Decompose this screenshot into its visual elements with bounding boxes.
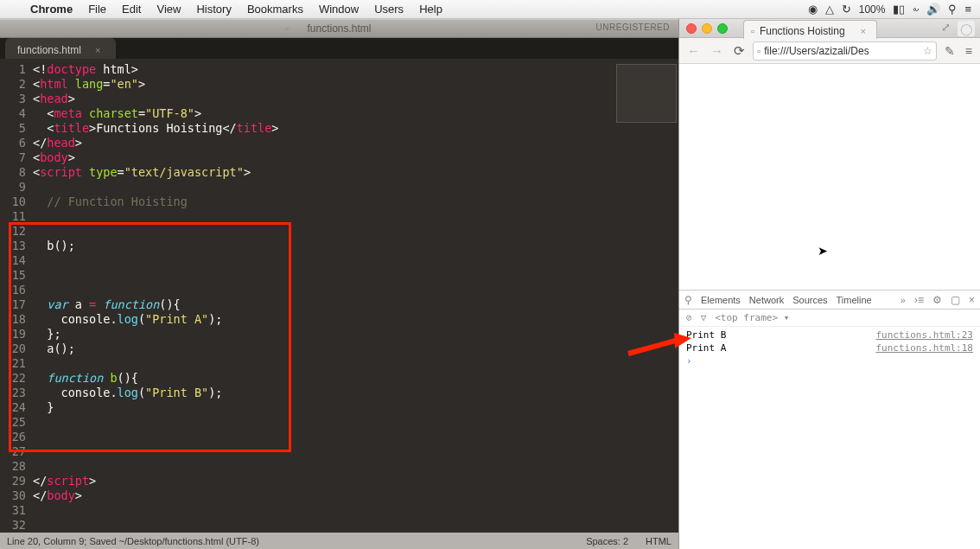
wifi-icon[interactable]: ⧜: [913, 3, 919, 16]
chrome-content: ➤: [679, 64, 980, 290]
traffic-min[interactable]: [702, 23, 712, 34]
menu-edit[interactable]: Edit: [114, 3, 149, 16]
circles-icon[interactable]: ◉: [808, 3, 818, 16]
console-prompt[interactable]: ›: [686, 354, 973, 367]
fullscreen-icon[interactable]: ⤢: [941, 21, 951, 34]
chrome-window: ▫ Functions Hoisting × ⤢ ◯ ← → ⟳ ▫ file:…: [678, 19, 980, 549]
menu-file[interactable]: File: [80, 3, 114, 16]
devtools: ⚲ Elements Network Sources Timeline » ›≡…: [679, 290, 980, 549]
mac-menubar: Chrome File Edit View History Bookmarks …: [0, 0, 980, 19]
forward-button[interactable]: →: [708, 43, 726, 58]
battery-pct: 100%: [859, 3, 886, 16]
editor-tab[interactable]: functions.html ×: [5, 38, 116, 59]
close-icon[interactable]: ×: [861, 26, 866, 36]
close-icon[interactable]: ×: [969, 294, 975, 306]
console-msg: Print B: [686, 329, 726, 342]
devtools-filter: ⊘ ▽ <top frame> ▾: [679, 310, 980, 327]
reload-button[interactable]: ⟳: [731, 43, 748, 59]
traffic-zoom[interactable]: [717, 23, 728, 34]
status-spaces[interactable]: Spaces: 2: [586, 536, 628, 546]
editor-window: ▫ functions.html UNREGISTERED functions.…: [0, 19, 678, 549]
console-msg: Print A: [686, 342, 726, 354]
chrome-toolbar: ← → ⟳ ▫ file:///Users/azizali/Des ☆ ✎ ≡: [679, 38, 980, 64]
gdrive-icon[interactable]: △: [825, 3, 834, 16]
highlight-box: [9, 222, 291, 452]
menu-view[interactable]: View: [149, 3, 188, 16]
menu-app[interactable]: Chrome: [22, 3, 80, 16]
minimap[interactable]: [616, 64, 677, 123]
console-row: Print B functions.html:23: [686, 329, 973, 342]
chrome-tab[interactable]: ▫ Functions Hoisting ×: [743, 20, 877, 39]
tab-elements[interactable]: Elements: [701, 295, 741, 305]
close-icon[interactable]: ×: [95, 45, 100, 55]
editor-body[interactable]: 1 2 3 4 5 6 7 8 9 10 11 12 13 14 15 16 1…: [0, 59, 678, 533]
search-icon[interactable]: ⚲: [684, 294, 692, 306]
page-icon: ▫: [285, 23, 289, 34]
chrome-tabbar: ▫ Functions Hoisting ×: [743, 20, 877, 39]
tab-timeline[interactable]: Timeline: [837, 295, 872, 305]
menu-help[interactable]: Help: [411, 3, 450, 16]
sync-icon[interactable]: ↻: [842, 3, 851, 16]
more-tabs[interactable]: »: [900, 295, 906, 305]
console-row: Print A functions.html:18: [686, 342, 973, 354]
editor-titlebar: ▫ functions.html UNREGISTERED: [0, 19, 678, 38]
drawer-icon[interactable]: ›≡: [914, 294, 924, 306]
battery-icon[interactable]: ▮▯: [893, 3, 905, 16]
spotlight-icon[interactable]: ⚲: [948, 3, 957, 16]
menu-icon[interactable]: ≡: [964, 3, 971, 16]
hamburger-icon[interactable]: ≡: [963, 44, 975, 58]
console-src[interactable]: functions.html:18: [875, 342, 973, 354]
menu-history[interactable]: History: [188, 3, 239, 16]
tab-label: functions.html: [17, 44, 81, 56]
file-icon: ▫: [757, 45, 760, 57]
gear-icon[interactable]: ⚙: [932, 294, 942, 306]
console-src[interactable]: functions.html:23: [875, 329, 973, 342]
unregistered-label: UNREGISTERED: [596, 22, 670, 32]
back-button[interactable]: ←: [684, 43, 703, 58]
status-lang[interactable]: HTML: [646, 536, 671, 546]
tab-sources[interactable]: Sources: [792, 295, 827, 305]
editor-title: functions.html: [307, 22, 371, 35]
menu-window[interactable]: Window: [311, 3, 366, 16]
devtools-tabs: ⚲ Elements Network Sources Timeline » ›≡…: [679, 290, 980, 310]
bookmark-icon[interactable]: ☆: [923, 45, 932, 57]
url-input[interactable]: ▫ file:///Users/azizali/Des ☆: [753, 41, 937, 61]
volume-icon[interactable]: 🔊: [926, 3, 940, 16]
filter-icon[interactable]: ▽: [701, 312, 707, 323]
cursor-icon: ➤: [818, 244, 828, 258]
dock-icon[interactable]: ▢: [951, 294, 960, 306]
traffic-close[interactable]: [686, 23, 697, 34]
menu-bookmarks[interactable]: Bookmarks: [239, 3, 311, 16]
url-text: file:///Users/azizali/Des: [764, 45, 869, 57]
frame-selector[interactable]: <top frame> ▾: [715, 312, 789, 323]
wand-icon[interactable]: ✎: [942, 44, 958, 58]
status-left: Line 20, Column 9; Saved ~/Desktop/funct…: [7, 536, 259, 546]
menu-users[interactable]: Users: [366, 3, 411, 16]
chrome-titlebar: ▫ Functions Hoisting × ⤢ ◯: [679, 19, 980, 38]
console-output: Print B functions.html:23 Print A functi…: [679, 327, 980, 369]
editor-tabbar: functions.html ×: [0, 38, 678, 59]
page-icon: ▫: [751, 26, 754, 36]
clear-icon[interactable]: ⊘: [686, 312, 692, 323]
tab-network[interactable]: Network: [749, 295, 784, 305]
tab-title: Functions Hoisting: [760, 25, 845, 37]
editor-statusbar: Line 20, Column 9; Saved ~/Desktop/funct…: [0, 533, 678, 549]
profile-icon[interactable]: ◯: [958, 21, 975, 36]
